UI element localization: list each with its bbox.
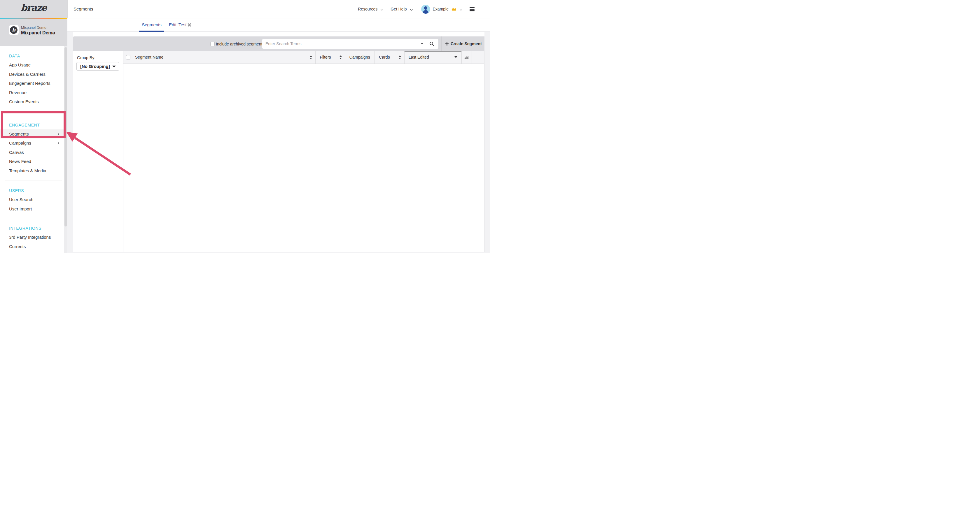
sidebar-item-templates-media[interactable]: Templates & Media [0,166,64,176]
include-archived-checkbox[interactable] [210,42,215,46]
top-bar: Segments Resources Get Help Example [67,0,490,18]
user-name-label[interactable]: Example [433,7,449,11]
sidebar-item-campaigns[interactable]: Campaigns [0,138,64,148]
include-archived-label: Include archived segments [216,42,264,46]
tab-segments[interactable]: Segments [139,18,164,32]
segments-table: Segment Name Filters Campaigns Cards Las… [123,51,484,252]
sidebar-item-3rd-party-integrations[interactable]: 3rd Party Integrations [0,233,64,242]
search-dropdown-caret-icon[interactable] [421,43,423,44]
sidebar-section-integrations: INTEGRATIONS [0,224,64,233]
tab-bar: Segments Edit 'Test' [67,18,490,32]
column-label: Campaigns [349,55,370,59]
user-avatar[interactable] [421,5,430,14]
workspace-switcher[interactable]: Mixpanel Demo [21,30,55,36]
section-title: USERS [9,188,24,193]
sidebar-item-label: Revenue [9,90,27,95]
sidebar-item-label: Engagement Reports [9,81,51,86]
get-help-menu[interactable]: Get Help [391,7,407,11]
person-icon [421,5,430,14]
select-all-checkbox[interactable] [126,55,130,59]
resources-menu[interactable]: Resources [358,7,377,11]
tab-label: Segments [142,22,162,27]
sidebar-item-label: News Feed [9,159,31,164]
segments-toolbar: Include archived segments Create Segment [73,36,484,51]
search-input[interactable] [262,39,417,49]
create-segment-label: Create Segment [450,41,482,46]
column-analytics[interactable] [462,51,472,63]
sidebar-item-user-import[interactable]: User Import [0,204,64,214]
sort-icon[interactable] [339,56,342,59]
sidebar-item-label: Segments [9,132,29,136]
sidebar-item-label: App Usage [9,62,30,67]
sidebar-item-app-usage[interactable]: App Usage [0,60,64,70]
brand-gradient-divider [0,18,67,19]
page-title: Segments [73,6,93,11]
group-by-value: [No Grouping] [80,64,110,69]
braze-b-icon: b [10,26,18,34]
group-by-dropdown[interactable]: [No Grouping] [76,62,119,71]
sidebar-item-revenue[interactable]: Revenue [0,88,64,97]
sidebar-item-label: User Search [9,197,33,202]
workspace-avatar[interactable]: b [9,25,19,35]
select-all-cell [123,51,133,63]
chevron-right-icon [57,132,59,135]
sort-icon[interactable] [310,56,312,59]
create-segment-button[interactable]: Create Segment [445,36,482,51]
sidebar-item-label: Currents [9,244,26,249]
sidebar-item-devices-carriers[interactable]: Devices & Carriers [0,70,64,79]
chevron-right-icon [57,142,59,144]
dropdown-caret-icon [112,66,116,68]
tab-edit-test[interactable]: Edit 'Test' [169,18,187,32]
table-header-row: Segment Name Filters Campaigns Cards Las… [123,51,484,64]
search-icon[interactable] [430,41,434,46]
chevron-down-icon[interactable] [460,8,463,11]
sidebar-section-users: USERS [0,186,64,195]
section-title: DATA [9,54,20,58]
page-bottom-margin [67,252,490,253]
column-cards[interactable]: Cards [375,51,404,63]
column-last-edited[interactable]: Last Edited [404,51,462,63]
sidebar-item-user-search[interactable]: User Search [0,195,64,204]
active-sort-strip [404,51,461,52]
column-segment-name[interactable]: Segment Name [133,51,316,63]
column-label: Segment Name [135,55,163,59]
sidebar-scrollbar-thumb[interactable] [64,47,67,227]
sort-icon[interactable] [399,56,401,59]
sidebar-item-custom-events[interactable]: Custom Events [0,97,64,106]
sidebar-item-segments[interactable]: Segments [0,129,64,139]
page-gutter [67,32,73,253]
close-icon[interactable] [188,23,191,27]
sidebar-scrollbar-track[interactable] [64,46,67,253]
sidebar-item-news-feed[interactable]: News Feed [0,157,64,166]
sidebar-item-label: Custom Events [9,99,39,104]
sidebar-item-label: Templates & Media [9,168,46,173]
sidebar-item-canvas[interactable]: Canvas [0,148,64,157]
sidebar-item-label: Canvas [9,150,24,155]
search-box [262,39,438,49]
bar-chart-icon [464,55,469,59]
chevron-down-icon[interactable] [410,8,413,11]
sidebar-item-label: Campaigns [9,141,31,146]
page-right-margin [484,32,490,253]
sidebar-item-label: Devices & Carriers [9,72,46,77]
hamburger-menu-icon[interactable] [469,7,474,11]
chevron-down-icon[interactable] [381,8,383,11]
group-by-label: Group By: [77,56,95,60]
sidebar-item-engagement-reports[interactable]: Engagement Reports [0,79,64,88]
tab-label: Edit 'Test' [169,22,187,27]
group-by-panel: Group By: [No Grouping] [73,51,123,252]
column-label: Filters [320,55,331,59]
column-campaigns[interactable]: Campaigns [345,51,375,63]
column-filters[interactable]: Filters [316,51,345,63]
column-spacer [472,51,484,63]
workspace-app-label: Mixpanel Demo [21,25,46,30]
crown-icon [451,7,457,11]
sidebar-nav: DATA App Usage Devices & Carriers Engage… [0,46,64,253]
sidebar-item-currents[interactable]: Currents [0,242,64,251]
sidebar-header: braze b Mixpanel Demo Mixpanel Demo [0,0,67,46]
sidebar-item-label: 3rd Party Integrations [9,235,51,240]
section-title: ENGAGEMENT [9,123,40,127]
sidebar-item-label: User Import [9,206,32,211]
toolbar-divider [442,36,442,51]
sort-desc-caret-icon[interactable] [454,56,457,58]
